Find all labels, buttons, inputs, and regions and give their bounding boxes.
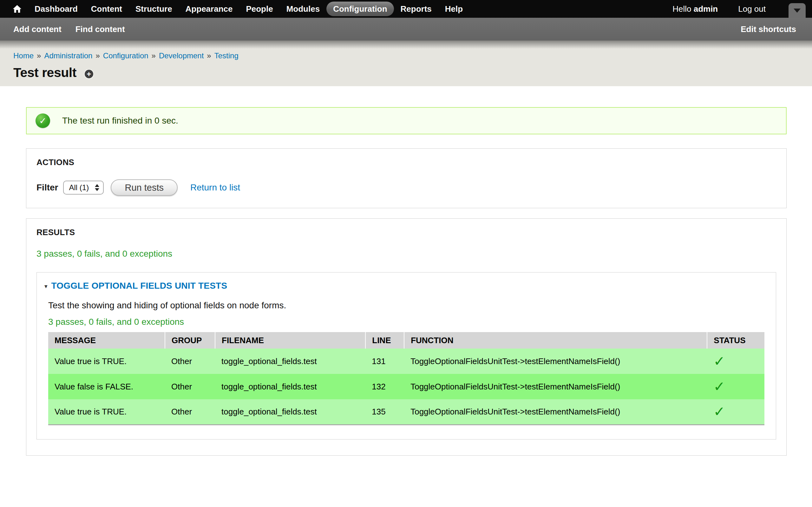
filter-select-value: All (1) [69, 183, 89, 192]
cell-filename: toggle_optional_fields.test [215, 349, 365, 374]
filter-select[interactable]: All (1) [63, 181, 104, 194]
toolbar-item-configuration[interactable]: Configuration [326, 2, 394, 16]
admin-toolbar: Dashboard Content Structure Appearance P… [0, 0, 812, 18]
toolbar-toggle-button[interactable] [789, 3, 806, 18]
table-header-row: MESSAGE GROUP FILENAME LINE FUNCTION STA… [48, 332, 764, 349]
logout-link[interactable]: Log out [738, 4, 766, 14]
breadcrumb-development[interactable]: Development [159, 51, 204, 60]
table-row: Value true is TRUE. Other toggle_optiona… [48, 399, 764, 425]
column-header-group: GROUP [165, 332, 215, 349]
results-panel: RESULTS 3 passes, 0 fails, and 0 excepti… [26, 218, 786, 456]
toolbar-item-people[interactable]: People [239, 2, 280, 16]
cell-group: Other [165, 374, 215, 399]
toolbar-item-dashboard[interactable]: Dashboard [28, 2, 84, 16]
test-group-fieldset: ▾ TOGGLE OPTIONAL FIELDS UNIT TESTS Test… [37, 272, 776, 440]
cell-message: Value true is TRUE. [48, 399, 165, 425]
table-row: Value false is FALSE. Other toggle_optio… [48, 374, 764, 399]
actions-legend: ACTIONS [37, 158, 776, 167]
filter-label: Filter [37, 182, 58, 193]
toolbar-item-reports[interactable]: Reports [394, 2, 438, 16]
results-legend: RESULTS [37, 228, 776, 237]
breadcrumb-testing[interactable]: Testing [214, 51, 239, 60]
breadcrumb-configuration[interactable]: Configuration [103, 51, 148, 60]
breadcrumb-home[interactable]: Home [13, 51, 34, 60]
toolbar-item-structure[interactable]: Structure [129, 2, 179, 16]
home-button[interactable] [8, 0, 26, 18]
status-message-text: The test run finished in 0 sec. [62, 116, 178, 126]
toolbar-menu: Dashboard Content Structure Appearance P… [28, 0, 469, 18]
cell-line: 131 [365, 349, 404, 374]
column-header-status: STATUS [707, 332, 764, 349]
column-header-filename: FILENAME [215, 332, 365, 349]
check-circle-icon: ✓ [36, 113, 50, 128]
cell-status: ✓ [707, 349, 764, 374]
triangle-down-icon [794, 9, 801, 13]
actions-panel: ACTIONS Filter All (1) Run tests Return … [26, 148, 786, 208]
toolbar-item-appearance[interactable]: Appearance [179, 2, 240, 16]
toolbar-item-help[interactable]: Help [438, 2, 469, 16]
cell-status: ✓ [707, 374, 764, 399]
results-table: MESSAGE GROUP FILENAME LINE FUNCTION STA… [48, 332, 764, 425]
add-shortcut-icon[interactable]: + [85, 70, 93, 78]
breadcrumb-separator: » [152, 51, 156, 60]
shortcut-find-content[interactable]: Find content [75, 24, 125, 34]
pass-checkmark-icon: ✓ [713, 353, 725, 369]
toolbar-item-content[interactable]: Content [84, 2, 129, 16]
cell-filename: toggle_optional_fields.test [215, 374, 365, 399]
results-summary: 3 passes, 0 fails, and 0 exceptions [37, 249, 776, 259]
cell-function: ToggleOptionalFieldsUnitTest->testElemen… [404, 399, 707, 425]
test-group-description: Test the showing and hiding of optional … [48, 300, 764, 311]
column-header-message: MESSAGE [48, 332, 165, 349]
cell-line: 135 [365, 399, 404, 425]
cell-filename: toggle_optional_fields.test [215, 399, 365, 425]
return-to-list-link[interactable]: Return to list [190, 182, 240, 193]
toolbar-item-modules[interactable]: Modules [280, 2, 326, 16]
breadcrumb-administration[interactable]: Administration [44, 51, 92, 60]
main-content: ✓ The test run finished in 0 sec. ACTION… [0, 86, 812, 456]
collapse-triangle-icon: ▾ [44, 283, 48, 290]
breadcrumb-separator: » [37, 51, 41, 60]
cell-group: Other [165, 349, 215, 374]
pass-checkmark-icon: ✓ [713, 404, 725, 419]
table-row: Value true is TRUE. Other toggle_optiona… [48, 349, 764, 374]
cell-line: 132 [365, 374, 404, 399]
cell-function: ToggleOptionalFieldsUnitTest->testElemen… [404, 349, 707, 374]
shortcut-add-content[interactable]: Add content [13, 24, 61, 34]
column-header-line: LINE [365, 332, 404, 349]
cell-message: Value true is TRUE. [48, 349, 165, 374]
pass-checkmark-icon: ✓ [713, 379, 725, 394]
run-tests-button[interactable]: Run tests [111, 179, 177, 196]
cell-function: ToggleOptionalFieldsUnitTest->testElemen… [404, 374, 707, 399]
page-header: Home»Administration»Configuration»Develo… [0, 41, 812, 86]
edit-shortcuts-link[interactable]: Edit shortcuts [741, 24, 796, 34]
select-stepper-icon [95, 184, 99, 191]
column-header-function: FUNCTION [404, 332, 707, 349]
home-icon [12, 4, 22, 14]
status-message: ✓ The test run finished in 0 sec. [26, 107, 786, 134]
breadcrumb-separator: » [207, 51, 211, 60]
test-group-title-link[interactable]: TOGGLE OPTIONAL FIELDS UNIT TESTS [51, 281, 227, 291]
user-greeting: Hello admin [672, 4, 718, 14]
cell-group: Other [165, 399, 215, 425]
username: admin [694, 4, 718, 14]
cell-message: Value false is FALSE. [48, 374, 165, 399]
test-group-summary: 3 passes, 0 fails, and 0 exceptions [48, 317, 764, 327]
shortcut-bar: Add content Find content Edit shortcuts [0, 18, 812, 41]
page-title: Test result [13, 65, 77, 80]
breadcrumb: Home»Administration»Configuration»Develo… [13, 41, 799, 60]
cell-status: ✓ [707, 399, 764, 425]
breadcrumb-separator: » [96, 51, 100, 60]
